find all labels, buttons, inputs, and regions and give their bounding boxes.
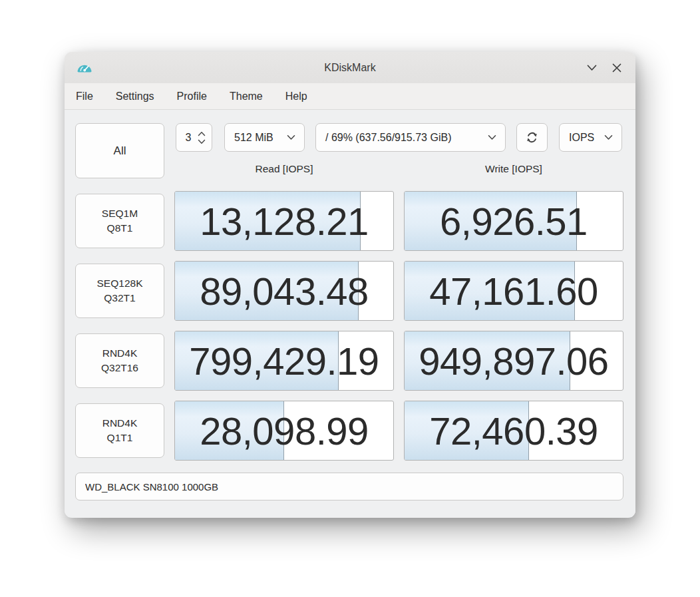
- read-result-value: 13,128.21: [175, 192, 393, 250]
- read-result-cell: 89,043.48: [174, 261, 394, 321]
- read-result-cell: 799,429.19: [174, 331, 394, 391]
- chevron-down-icon: [488, 134, 496, 140]
- write-result-value: 6,926.51: [405, 192, 623, 250]
- drive-value: / 69% (637.56/915.73 GiB): [325, 132, 451, 144]
- chevron-down-icon: [604, 134, 613, 140]
- chevron-down-icon: [198, 139, 206, 144]
- write-result-value: 72,460.39: [405, 401, 623, 460]
- read-result-value: 89,043.48: [175, 262, 393, 320]
- loop-count-spinner[interactable]: 3: [176, 123, 212, 152]
- test-queue-thread: Q1T1: [107, 431, 133, 445]
- read-result-value: 28,098.99: [175, 401, 393, 460]
- chevron-down-icon: [587, 65, 597, 71]
- shade-button[interactable]: [584, 60, 600, 76]
- read-result-value: 799,429.19: [175, 331, 393, 390]
- drive-description-input[interactable]: [75, 473, 623, 500]
- block-size-value: 512 MiB: [234, 132, 273, 144]
- page-background: KDiskMark File Settings Profile Theme: [0, 0, 700, 597]
- test-name: RND4K: [102, 346, 138, 361]
- loop-count-value: 3: [176, 132, 198, 144]
- write-result-cell: 72,460.39: [404, 401, 623, 461]
- metric-value: IOPS: [569, 132, 594, 144]
- main-content: All 3 512 MiB: [65, 110, 635, 517]
- menu-help[interactable]: Help: [274, 87, 319, 106]
- spinner-arrows: [198, 131, 212, 144]
- write-result-cell: 6,926.51: [404, 191, 623, 251]
- kdiskmark-window: KDiskMark File Settings Profile Theme: [65, 52, 635, 518]
- refresh-drives-button[interactable]: [516, 123, 548, 152]
- read-result-cell: 13,128.21: [174, 191, 394, 251]
- close-button[interactable]: [609, 60, 625, 76]
- window-buttons: [584, 60, 635, 76]
- menubar: File Settings Profile Theme Help: [65, 83, 635, 110]
- read-column-header: Read [IOPS]: [174, 163, 394, 175]
- spinner-up-button[interactable]: [198, 131, 206, 136]
- spinner-down-button[interactable]: [198, 139, 206, 144]
- metric-select[interactable]: IOPS: [559, 123, 622, 152]
- test-name: SEQ128K: [97, 276, 143, 291]
- titlebar[interactable]: KDiskMark: [65, 52, 635, 83]
- test-button-rnd4k-q1t1[interactable]: RND4K Q1T1: [75, 403, 164, 458]
- window-title: KDiskMark: [65, 62, 635, 74]
- chevron-down-icon: [287, 134, 295, 140]
- test-queue-thread: Q8T1: [107, 221, 133, 236]
- menu-profile[interactable]: Profile: [166, 87, 218, 106]
- menu-settings[interactable]: Settings: [104, 87, 166, 106]
- close-icon: [612, 63, 621, 73]
- write-result-value: 949,897.06: [405, 331, 623, 390]
- write-column-header: Write [IOPS]: [404, 163, 623, 175]
- test-name: SEQ1M: [102, 206, 138, 221]
- block-size-select[interactable]: 512 MiB: [224, 123, 305, 152]
- refresh-icon: [525, 130, 539, 144]
- read-result-cell: 28,098.99: [174, 401, 394, 461]
- test-button-seq128k-q32t1[interactable]: SEQ128K Q32T1: [75, 264, 164, 318]
- write-result-cell: 949,897.06: [404, 331, 623, 391]
- chevron-up-icon: [198, 131, 206, 136]
- test-queue-thread: Q32T1: [104, 291, 135, 305]
- test-button-seq1m-q8t1[interactable]: SEQ1M Q8T1: [75, 194, 164, 248]
- drive-select[interactable]: / 69% (637.56/915.73 GiB): [315, 123, 506, 152]
- write-result-value: 47,161.60: [405, 262, 623, 320]
- test-button-rnd4k-q32t16[interactable]: RND4K Q32T16: [75, 333, 164, 388]
- test-queue-thread: Q32T16: [101, 361, 138, 375]
- write-result-cell: 47,161.60: [404, 261, 623, 321]
- menu-theme[interactable]: Theme: [218, 87, 274, 106]
- app-gauge-icon: [76, 62, 93, 73]
- test-name: RND4K: [102, 416, 138, 431]
- run-all-button[interactable]: All: [75, 123, 164, 178]
- menu-file[interactable]: File: [65, 87, 104, 106]
